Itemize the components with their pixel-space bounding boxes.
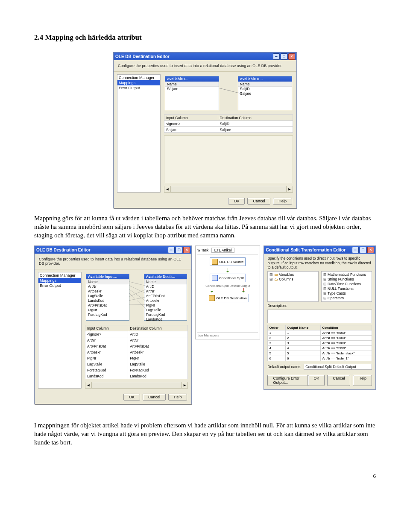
grid-cell[interactable]: Artbeskr xyxy=(85,349,128,355)
titlebar[interactable]: Conditional Split Transformation Editor … xyxy=(264,246,375,254)
cond-description-box[interactable] xyxy=(267,310,372,323)
flow-task-button[interactable]: ETL Artikel xyxy=(211,248,235,253)
scroll-left-icon[interactable]: ◄ xyxy=(164,186,171,192)
grid-cell[interactable]: Artbeskr xyxy=(128,349,188,355)
mapping-grid[interactable]: Input Column Destination Column <ignore>… xyxy=(85,325,188,379)
dest-item[interactable]: ArtNr xyxy=(144,289,187,294)
minimize-button[interactable]: ‒ xyxy=(273,53,280,60)
dest-item[interactable]: SaljID xyxy=(238,87,292,91)
cancel-button[interactable]: Cancel xyxy=(327,375,350,386)
cond-tree-right[interactable]: ⊞ Mathematical Functions ⊞ String Functi… xyxy=(321,271,372,302)
expand-icon[interactable]: ⊞ xyxy=(323,282,327,286)
grid-cell[interactable]: 3 xyxy=(268,340,286,345)
grid-cell[interactable]: LagStalle xyxy=(128,361,188,367)
dest-item[interactable]: Saljare xyxy=(238,91,292,96)
input-item[interactable]: FtgNr xyxy=(86,308,129,313)
grid-cell[interactable]: ArtNr == "inde_1" xyxy=(321,356,372,361)
dest-item[interactable]: Artbeskr xyxy=(144,298,187,303)
expand-icon[interactable]: ⊞ xyxy=(323,272,327,277)
default-output-input[interactable] xyxy=(304,364,372,370)
input-item[interactable]: LandsKod xyxy=(86,298,129,303)
sidebar-error-output[interactable]: Error Output xyxy=(117,85,160,91)
ok-button[interactable]: OK xyxy=(123,394,140,400)
dest-item[interactable]: LandsKod xyxy=(144,317,187,322)
help-button[interactable]: Help xyxy=(273,198,292,205)
grid-cell[interactable]: 1 xyxy=(268,330,286,335)
grid-cell[interactable]: 4 xyxy=(285,345,321,351)
grid-cell[interactable]: 2 xyxy=(268,335,286,340)
available-input-list[interactable]: Available I… Name Säljare xyxy=(165,76,219,110)
cond-tree-left[interactable]: ⊞ 🗀 Variables ⊞ 🗀 Columns xyxy=(267,271,318,302)
scroll-right-icon[interactable]: ► xyxy=(286,186,293,192)
horizontal-scrollbar[interactable]: ◄ ► xyxy=(85,382,188,389)
ok-button[interactable]: OK xyxy=(308,375,325,386)
grid-cell[interactable]: FtgNr xyxy=(85,355,128,361)
grid-cell[interactable]: LagStalle xyxy=(85,361,128,367)
expand-icon[interactable]: ⊞ xyxy=(269,272,273,277)
grid-cell[interactable]: ArtNr xyxy=(128,337,188,343)
scroll-left-icon[interactable]: ◄ xyxy=(85,382,92,388)
sidebar-connection-manager[interactable]: Connection Manager xyxy=(38,273,81,278)
grid-cell[interactable]: ForetagKod xyxy=(128,367,188,373)
grid-cell[interactable]: SaljID xyxy=(218,121,293,127)
grid-cell[interactable]: ArtNr == "8000" xyxy=(321,335,372,340)
scroll-right-icon[interactable]: ► xyxy=(181,382,187,388)
grid-cell[interactable]: ArtNr == "inde_slask" xyxy=(321,351,372,356)
flow-destination[interactable]: OLE DB Destination xyxy=(207,294,249,302)
dest-item[interactable]: ForetagKod xyxy=(144,313,187,317)
mapping-grid[interactable]: Input Column Destination Column <ignore>… xyxy=(164,114,293,133)
maximize-button[interactable]: □ xyxy=(176,247,182,253)
grid-cell[interactable]: ArtNr xyxy=(85,337,128,343)
editor-sidebar[interactable]: Connection Manager Mappings Error Output xyxy=(117,74,161,193)
configure-error-button[interactable]: Configure Error Output… xyxy=(267,375,308,386)
grid-cell[interactable]: 6 xyxy=(268,356,286,361)
input-item[interactable]: LagStalle xyxy=(86,294,129,298)
available-destination-list[interactable]: Available Desti… Name ArtID ArtNr ArtFPr… xyxy=(144,274,187,321)
titlebar[interactable]: OLE DB Destination Editor ‒ □ × xyxy=(35,246,191,254)
grid-cell[interactable]: ArtNr == "9000" xyxy=(321,340,372,345)
expand-icon[interactable]: ⊞ xyxy=(269,277,273,281)
grid-cell[interactable]: <ignore> xyxy=(164,121,218,127)
maximize-button[interactable]: □ xyxy=(281,53,287,60)
cancel-button[interactable]: Cancel xyxy=(143,394,166,400)
expand-icon[interactable]: ⊞ xyxy=(323,277,327,281)
flow-conditional-split[interactable]: Conditional Split xyxy=(210,274,246,282)
input-item[interactable]: ArtNr xyxy=(86,284,129,289)
grid-cell[interactable]: 4 xyxy=(268,345,286,351)
close-button[interactable]: × xyxy=(183,247,190,253)
input-item[interactable]: ArtFPrisDat xyxy=(86,303,129,308)
flow-managers-tab[interactable]: tion Managers xyxy=(197,332,258,337)
grid-cell[interactable]: ArtFPrisDat xyxy=(128,343,188,349)
flow-source[interactable]: OLE DB Source xyxy=(210,257,246,266)
available-input-list[interactable]: Available Input… Name ArtNr Artbeskr Lag… xyxy=(86,274,129,321)
sidebar-mappings[interactable]: Mappings xyxy=(38,278,81,283)
dest-item[interactable]: LagStalle xyxy=(144,308,187,313)
grid-cell[interactable]: <ignore> xyxy=(85,331,128,337)
sidebar-connection-manager[interactable]: Connection Manager xyxy=(117,75,160,80)
expand-icon[interactable]: ⊞ xyxy=(323,296,327,300)
expand-icon[interactable]: ⊞ xyxy=(323,286,327,291)
editor-sidebar[interactable]: Connection Manager Mappings Error Output xyxy=(38,272,82,389)
grid-cell[interactable]: LandsKod xyxy=(85,373,128,379)
grid-cell[interactable]: 1 xyxy=(285,330,321,335)
grid-cell[interactable]: ForetagKod xyxy=(85,367,128,373)
grid-cell[interactable]: ArtFPrisDat xyxy=(85,343,128,349)
available-destination-list[interactable]: Available D… Name SaljID Saljare xyxy=(238,76,292,110)
expand-icon[interactable]: ⊞ xyxy=(323,291,327,295)
grid-cell[interactable]: ArtID xyxy=(128,331,188,337)
grid-cell[interactable]: 2 xyxy=(285,335,321,340)
sidebar-mappings[interactable]: Mappings xyxy=(117,80,160,85)
dataflow-designer[interactable]: w Task: ETL Artikel OLE DB Source Condit… xyxy=(195,246,260,339)
grid-cell[interactable]: 5 xyxy=(285,351,321,356)
grid-cell[interactable]: 6 xyxy=(285,356,321,361)
input-item[interactable]: ForetagKod xyxy=(86,313,129,317)
cond-rules-grid[interactable]: Order Output Name Condition 11ArtNr == "… xyxy=(267,325,372,361)
titlebar[interactable]: OLE DB Destination Editor ‒ □ × xyxy=(114,53,296,60)
input-item[interactable]: Säljare xyxy=(165,87,219,91)
grid-cell[interactable]: Saljare xyxy=(164,127,218,133)
ok-button[interactable]: OK xyxy=(228,198,245,205)
dest-item[interactable]: FtgNr xyxy=(144,303,187,308)
grid-cell[interactable]: 5 xyxy=(268,351,286,356)
help-button[interactable]: Help xyxy=(168,394,187,400)
horizontal-scrollbar[interactable]: ◄ ► xyxy=(164,186,293,193)
